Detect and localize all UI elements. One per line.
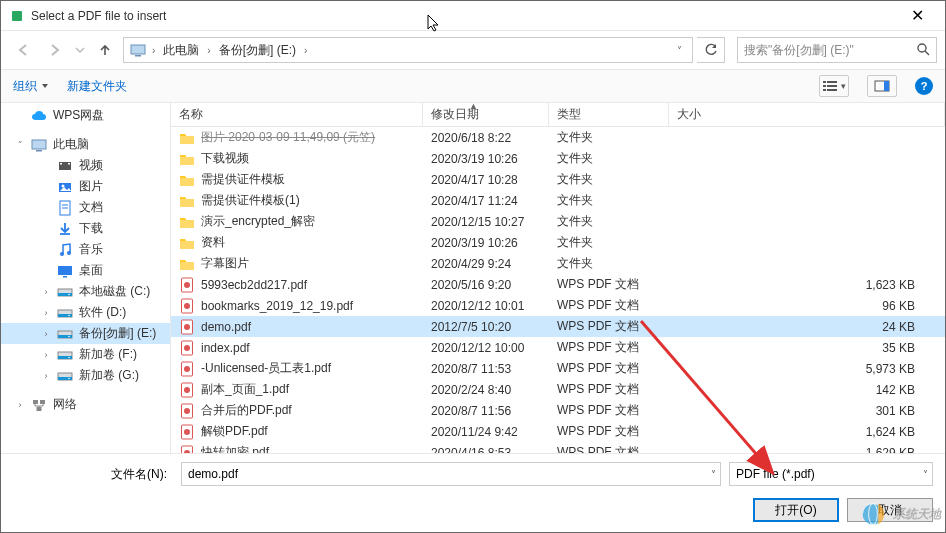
sidebar-item-label: 备份[勿删] (E:) <box>79 325 156 342</box>
sidebar-item[interactable]: ˅此电脑 <box>1 134 170 155</box>
file-date: 2020/3/19 10:26 <box>423 152 549 166</box>
sidebar-item[interactable]: 文档 <box>1 197 170 218</box>
forward-button[interactable] <box>41 37 69 63</box>
file-type: WPS PDF 文档 <box>549 444 669 453</box>
file-row[interactable]: 副本_页面_1.pdf2020/2/24 8:40WPS PDF 文档142 K… <box>171 379 945 400</box>
open-button[interactable]: 打开(O) <box>753 498 839 522</box>
help-button[interactable]: ? <box>915 77 933 95</box>
sidebar-item[interactable]: ›软件 (D:) <box>1 302 170 323</box>
breadcrumb-drive[interactable]: 备份[勿删] (E:) <box>217 42 298 59</box>
drive-icon <box>57 347 73 363</box>
file-row[interactable]: -Unlicensed-员工表1.pdf2020/8/7 11:53WPS PD… <box>171 358 945 379</box>
chevron-down-icon[interactable]: ˅ <box>711 469 716 480</box>
chevron-down-icon[interactable]: ˅ <box>923 469 928 480</box>
search-icon[interactable] <box>916 42 930 59</box>
svg-rect-55 <box>180 220 194 228</box>
folder-icon <box>179 193 195 209</box>
sidebar-item[interactable]: 下载 <box>1 218 170 239</box>
sidebar-item[interactable]: 音乐 <box>1 239 170 260</box>
col-type[interactable]: 类型 <box>549 103 669 126</box>
chevron-right-icon[interactable]: › <box>148 45 159 56</box>
filename-input[interactable]: demo.pdf ˅ <box>181 462 721 486</box>
refresh-button[interactable] <box>697 37 725 63</box>
sidebar-item[interactable]: 视频 <box>1 155 170 176</box>
file-row[interactable]: 图片 2020-03-09 11,49,09 (元笠)2020/6/18 8:2… <box>171 127 945 148</box>
recent-dropdown[interactable] <box>73 37 87 63</box>
svg-rect-29 <box>58 293 72 296</box>
back-button[interactable] <box>9 37 37 63</box>
file-row[interactable]: 5993ecb2dd217.pdf2020/5/16 9:20WPS PDF 文… <box>171 274 945 295</box>
organize-menu[interactable]: 组织 <box>13 78 49 95</box>
network-icon <box>31 397 47 413</box>
file-name: 资料 <box>201 234 423 251</box>
file-date: 2020/11/24 9:42 <box>423 425 549 439</box>
sidebar-item[interactable]: ›本地磁盘 (C:) <box>1 281 170 302</box>
col-date[interactable]: 修改日期 <box>423 103 549 126</box>
drive-icon <box>57 368 73 384</box>
file-type: 文件夹 <box>549 255 669 272</box>
svg-rect-53 <box>180 199 194 207</box>
expand-icon[interactable]: ˅ <box>15 140 25 150</box>
file-type: 文件夹 <box>549 234 669 251</box>
pdf-icon <box>179 403 195 419</box>
file-size: 142 KB <box>669 383 945 397</box>
file-row[interactable]: 需提供证件模板(1)2020/4/17 11:24文件夹 <box>171 190 945 211</box>
sidebar-item[interactable]: ›新加卷 (G:) <box>1 365 170 386</box>
svg-point-61 <box>184 282 190 288</box>
file-type: 文件夹 <box>549 150 669 167</box>
file-row[interactable]: bookmarks_2019_12_19.pdf2020/12/12 10:01… <box>171 295 945 316</box>
sidebar-item[interactable]: 桌面 <box>1 260 170 281</box>
sidebar-item[interactable]: WPS网盘 <box>1 105 170 126</box>
file-row[interactable]: demo.pdf2012/7/5 10:20WPS PDF 文档24 KB <box>171 316 945 337</box>
sidebar-item[interactable]: ›备份[勿删] (E:) <box>1 323 170 344</box>
svg-line-4 <box>925 51 929 55</box>
newfolder-button[interactable]: 新建文件夹 <box>67 78 127 95</box>
filetype-filter[interactable]: PDF file (*.pdf) ˅ <box>729 462 933 486</box>
folder-icon <box>179 214 195 230</box>
file-row[interactable]: index.pdf2020/12/12 10:00WPS PDF 文档35 KB <box>171 337 945 358</box>
file-row[interactable]: 需提供证件模板2020/4/17 10:28文件夹 <box>171 169 945 190</box>
breadcrumb[interactable]: › 此电脑 › 备份[勿删] (E:) › ˅ <box>123 37 693 63</box>
chevron-down-icon[interactable]: ˅ <box>673 45 686 56</box>
svg-rect-16 <box>60 163 62 165</box>
file-row[interactable]: 合并后的PDF.pdf2020/8/7 11:56WPS PDF 文档301 K… <box>171 400 945 421</box>
col-size[interactable]: 大小 <box>669 103 945 126</box>
breadcrumb-root[interactable]: 此电脑 <box>161 42 201 59</box>
file-row[interactable]: 快转加密.pdf2020/4/16 8:53WPS PDF 文档1,629 KB <box>171 442 945 453</box>
chevron-right-icon[interactable]: › <box>300 45 311 56</box>
view-list-button[interactable]: ▾ <box>819 75 849 97</box>
sidebar-item[interactable]: 图片 <box>1 176 170 197</box>
expand-icon[interactable]: › <box>41 350 51 360</box>
file-name: 副本_页面_1.pdf <box>201 381 423 398</box>
file-row[interactable]: 演示_encrypted_解密2020/12/15 10:27文件夹 <box>171 211 945 232</box>
expand-icon[interactable]: › <box>41 329 51 339</box>
col-name[interactable]: 名称 <box>171 103 423 126</box>
file-row[interactable]: 字幕图片2020/4/29 9:24文件夹 <box>171 253 945 274</box>
file-date: 2020/4/16 8:53 <box>423 446 549 454</box>
file-row[interactable]: 资料2020/3/19 10:26文件夹 <box>171 232 945 253</box>
file-date: 2020/2/24 8:40 <box>423 383 549 397</box>
sidebar-item-label: 图片 <box>79 178 103 195</box>
expand-icon[interactable]: › <box>41 287 51 297</box>
file-row[interactable]: 下载视频2020/3/19 10:26文件夹 <box>171 148 945 169</box>
close-button[interactable]: ✕ <box>897 6 937 25</box>
sidebar-item[interactable]: ›网络 <box>1 394 170 415</box>
up-button[interactable] <box>91 37 119 63</box>
video-icon <box>57 158 73 174</box>
svg-point-65 <box>184 324 190 330</box>
preview-pane-button[interactable] <box>867 75 897 97</box>
sidebar-item[interactable]: ›新加卷 (F:) <box>1 344 170 365</box>
sidebar-item-label: 新加卷 (G:) <box>79 367 139 384</box>
search-input[interactable]: 搜索"备份[勿删] (E:)" <box>737 37 937 63</box>
svg-point-73 <box>184 408 190 414</box>
svg-rect-32 <box>58 314 72 317</box>
expand-icon[interactable]: › <box>41 308 51 318</box>
file-name: 快转加密.pdf <box>201 444 423 453</box>
expand-icon[interactable]: › <box>15 400 25 410</box>
chevron-right-icon[interactable]: › <box>203 45 214 56</box>
file-row[interactable]: 解锁PDF.pdf2020/11/24 9:42WPS PDF 文档1,624 … <box>171 421 945 442</box>
filename-label: 文件名(N): <box>13 466 173 483</box>
expand-icon[interactable]: › <box>41 371 51 381</box>
file-date: 2020/12/12 10:01 <box>423 299 549 313</box>
file-type: 文件夹 <box>549 213 669 230</box>
